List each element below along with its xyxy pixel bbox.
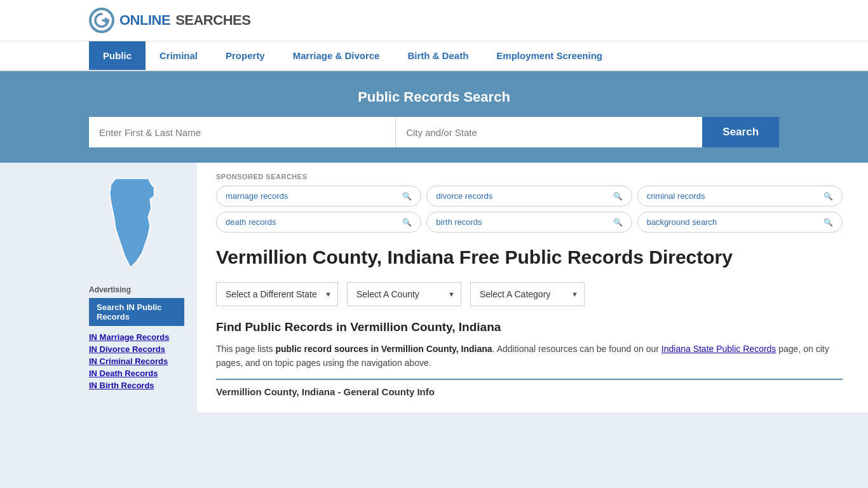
main-nav: Public Criminal Property Marriage & Divo… (0, 41, 868, 71)
section-title: Find Public Records in Vermillion County… (216, 320, 843, 334)
pill-criminal[interactable]: criminal records 🔍 (637, 186, 843, 207)
nav-item-public[interactable]: Public (89, 41, 146, 70)
search-icon-death: 🔍 (402, 218, 412, 227)
county-info-title: Vermillion County, Indiana - General Cou… (216, 386, 843, 397)
category-dropdown[interactable]: Select A Category (470, 282, 585, 306)
search-button[interactable]: Search (702, 117, 779, 147)
main-content: SPONSORED SEARCHES marriage records 🔍 di… (197, 163, 868, 412)
sidebar-link-criminal[interactable]: IN Criminal Records (89, 356, 184, 366)
ad-button[interactable]: Search IN Public Records (89, 298, 184, 326)
pill-criminal-text: criminal records (647, 191, 705, 201)
body-text: This page lists public record sources in… (216, 342, 843, 370)
sidebar: Advertising Search IN Public Records IN … (0, 163, 197, 412)
county-dropdown-wrapper: Select A County ▼ (347, 282, 461, 306)
sponsored-label: SPONSORED SEARCHES (216, 173, 843, 180)
nav-item-birth-death[interactable]: Birth & Death (393, 41, 482, 70)
body-text-bold: public record sources in Vermillion Coun… (275, 344, 492, 354)
location-input[interactable] (396, 117, 702, 147)
nav-item-marriage-divorce[interactable]: Marriage & Divorce (279, 41, 394, 70)
search-pills: marriage records 🔍 divorce records 🔍 cri… (216, 186, 843, 233)
search-icon-birth: 🔍 (613, 218, 623, 227)
pill-death[interactable]: death records 🔍 (216, 212, 421, 233)
pill-marriage-text: marriage records (226, 191, 288, 201)
pill-marriage[interactable]: marriage records 🔍 (216, 186, 421, 207)
svg-point-0 (90, 9, 113, 32)
state-dropdown-wrapper: Select a Different State ▼ (216, 282, 338, 306)
search-banner: Public Records Search Search (0, 71, 868, 163)
sidebar-links: IN Marriage Records IN Divorce Records I… (89, 332, 184, 391)
nav-item-criminal[interactable]: Criminal (146, 41, 212, 70)
county-dropdown[interactable]: Select A County (347, 282, 461, 306)
county-info-bar: Vermillion County, Indiana - General Cou… (216, 379, 843, 397)
indiana-records-link[interactable]: Indiana State Public Records (661, 344, 776, 354)
pill-birth[interactable]: birth records 🔍 (426, 212, 632, 233)
nav-item-employment[interactable]: Employment Screening (482, 41, 616, 70)
logo: ONLINE SEARCHES (89, 8, 250, 33)
name-input[interactable] (89, 117, 396, 147)
pill-death-text: death records (226, 217, 276, 227)
sidebar-link-birth[interactable]: IN Birth Records (89, 381, 184, 390)
search-icon-background: 🔍 (824, 218, 833, 227)
sidebar-link-marriage[interactable]: IN Marriage Records (89, 332, 184, 342)
logo-text-online: ONLINE (119, 12, 170, 29)
advertising-label: Advertising (89, 285, 184, 294)
search-form: Search (89, 117, 779, 147)
pill-background[interactable]: background search 🔍 (637, 212, 843, 233)
indiana-map (95, 175, 172, 271)
pill-divorce[interactable]: divorce records 🔍 (426, 186, 632, 207)
pill-birth-text: birth records (436, 217, 482, 227)
main-wrapper: Advertising Search IN Public Records IN … (0, 163, 868, 412)
search-icon-criminal: 🔍 (824, 192, 833, 201)
search-banner-title: Public Records Search (89, 89, 779, 105)
page-title: Vermillion County, Indiana Free Public R… (216, 245, 843, 269)
state-dropdown[interactable]: Select a Different State (216, 282, 338, 306)
pill-background-text: background search (647, 217, 717, 227)
search-icon-marriage: 🔍 (402, 192, 412, 201)
pill-divorce-text: divorce records (436, 191, 492, 201)
dropdowns-row: Select a Different State ▼ Select A Coun… (216, 282, 843, 306)
header: ONLINE SEARCHES (0, 0, 868, 41)
logo-text-searches: SEARCHES (175, 12, 250, 29)
category-dropdown-wrapper: Select A Category ▼ (470, 282, 585, 306)
body-text-1: This page lists (216, 344, 275, 354)
logo-icon (89, 8, 114, 33)
search-icon-divorce: 🔍 (613, 192, 623, 201)
body-text-2: . Additional resources can be found on o… (492, 344, 661, 354)
sidebar-link-divorce[interactable]: IN Divorce Records (89, 344, 184, 354)
nav-item-property[interactable]: Property (212, 41, 279, 70)
sidebar-link-death[interactable]: IN Death Records (89, 369, 184, 378)
